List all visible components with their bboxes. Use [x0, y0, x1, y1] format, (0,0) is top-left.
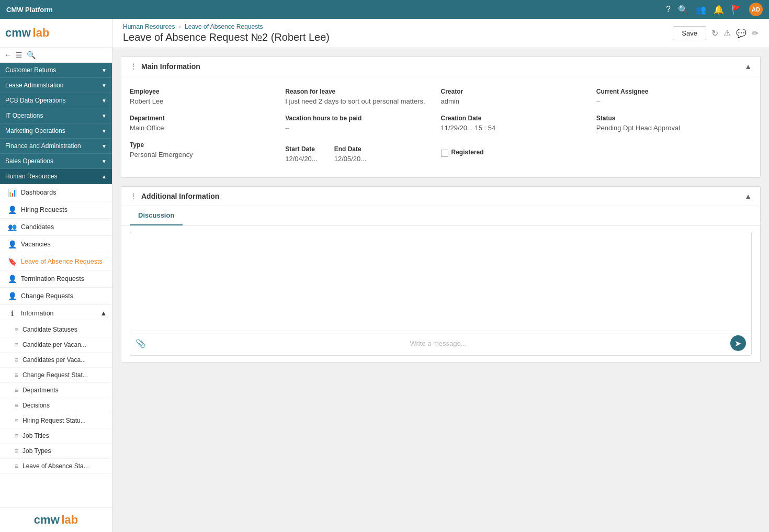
additional-info-title: ⋮ Additional Information	[130, 192, 219, 200]
sidebar-subitem-candidates-per-vaca[interactable]: ≡ Candidates per Vaca...	[0, 353, 112, 368]
breadcrumb-separator: ›	[179, 23, 181, 30]
collapse-main-icon[interactable]: ▲	[744, 62, 752, 71]
collapse-additional-icon[interactable]: ▲	[744, 192, 752, 200]
main-info-form: Employee Robert Lee Department Main Offi…	[121, 76, 760, 177]
edit-icon[interactable]: ✏	[752, 28, 759, 38]
logo-lab: lab	[33, 26, 50, 40]
discussion-textarea[interactable]	[130, 232, 751, 329]
sidebar-controls: ← ☰ 🔍	[0, 48, 112, 63]
chevron-up-icon: ▲	[101, 174, 107, 179]
tab-discussion[interactable]: Discussion	[130, 206, 183, 225]
bell-icon[interactable]: 🔔	[714, 5, 724, 15]
user-avatar[interactable]: AD	[749, 3, 763, 16]
sidebar-logo: cmw lab	[0, 19, 112, 48]
nav-group-marketing[interactable]: Marketing Operations ▼	[0, 123, 112, 139]
sidebar-nav: Customer Returns ▼ Lease Administration …	[0, 63, 112, 507]
list-icon: ≡	[15, 341, 18, 348]
sidebar-item-leave-requests[interactable]: 🔖 Leave of Absence Requests	[0, 253, 112, 270]
attachment-icon[interactable]: 📎	[135, 338, 146, 348]
form-col-3: Creator admin Creation Date 11/29/20... …	[441, 85, 596, 169]
chevron-down-icon: ▼	[101, 143, 107, 149]
sidebar-item-vacancies[interactable]: 👤 Vacancies	[0, 236, 112, 253]
sidebar-item-information[interactable]: ℹ Information ▲	[0, 305, 112, 322]
sidebar-item-dashboards[interactable]: 📊 Dashboards	[0, 184, 112, 201]
sidebar-search-icon[interactable]: 🔍	[27, 51, 36, 59]
main-content: ⋮ Main Information ▲ Employee Robert Lee…	[112, 48, 769, 532]
header-actions: Save ↻ ⚠ 💬 ✏	[673, 26, 759, 40]
content-area: Human Resources › Leave of Absence Reque…	[112, 19, 769, 532]
sidebar-subitem-departments[interactable]: ≡ Departments	[0, 383, 112, 398]
warning-icon[interactable]: ⚠	[723, 28, 731, 38]
sidebar-subitem-hiring-request-statu[interactable]: ≡ Hiring Request Statu...	[0, 413, 112, 428]
status-field: Status Pending Dpt Head Approval	[596, 111, 752, 138]
form-col-4: Current Assignee – Status Pending Dpt He…	[596, 85, 752, 169]
leave-icon: 🔖	[7, 257, 17, 266]
sidebar-subitem-decisions[interactable]: ≡ Decisions	[0, 398, 112, 413]
chevron-down-icon: ▼	[101, 98, 107, 104]
chevron-down-icon: ▼	[101, 83, 107, 88]
flag-icon[interactable]: 🚩	[731, 5, 742, 15]
topbar-icons: ? 🔍 👥 🔔 🚩 AD	[666, 3, 763, 16]
discussion-footer: 📎 Write a message... ➤	[130, 331, 751, 355]
type-field: Type Personal Emergency	[130, 138, 285, 165]
date-fields: Start Date 12/04/20... End Date 12/05/20…	[285, 142, 440, 169]
sidebar-subitem-candidate-per-vacan[interactable]: ≡ Candidate per Vacan...	[0, 337, 112, 353]
chevron-up-icon: ▲	[100, 310, 107, 317]
info-icon: ℹ	[7, 309, 17, 318]
list-icon: ≡	[15, 432, 18, 439]
help-icon[interactable]: ?	[666, 5, 671, 14]
nav-group-lease-admin[interactable]: Lease Administration ▼	[0, 78, 112, 93]
end-date-field: End Date 12/05/20...	[334, 142, 372, 169]
sidebar-subitem-leave-absence-sta[interactable]: ≡ Leave of Absence Sta...	[0, 459, 112, 474]
department-field: Department Main Office	[130, 111, 285, 138]
form-col-1: Employee Robert Lee Department Main Offi…	[130, 85, 285, 169]
list-icon: ≡	[15, 371, 18, 379]
sidebar: cmw lab ← ☰ 🔍 Customer Returns ▼ Lease A…	[0, 19, 112, 532]
logo-cmw: cmw	[5, 26, 31, 40]
vacation-field: Vacation hours to be paid –	[285, 111, 440, 138]
chevron-down-icon: ▼	[101, 159, 107, 164]
drag-icon: ⋮	[130, 192, 137, 200]
refresh-icon[interactable]: ↻	[711, 28, 718, 38]
users-icon[interactable]: 👥	[696, 5, 706, 15]
header-left: Human Resources › Leave of Absence Reque…	[123, 23, 330, 43]
list-icon: ≡	[15, 356, 18, 364]
vacancy-icon: 👤	[7, 240, 17, 248]
footer-logo-lab: lab	[61, 513, 78, 527]
sidebar-item-candidates[interactable]: 👥 Candidates	[0, 219, 112, 236]
drag-icon: ⋮	[130, 62, 137, 71]
registered-checkbox[interactable]	[441, 150, 448, 157]
search-icon[interactable]: 🔍	[678, 5, 688, 15]
sidebar-subitem-candidate-statuses[interactable]: ≡ Candidate Statuses	[0, 322, 112, 337]
list-icon: ≡	[15, 447, 18, 455]
main-info-header: ⋮ Main Information ▲	[121, 57, 760, 76]
sidebar-item-hiring-requests[interactable]: 👤 Hiring Requests	[0, 201, 112, 219]
nav-group-sales[interactable]: Sales Operations ▼	[0, 154, 112, 169]
footer-logo-cmw: cmw	[34, 513, 60, 527]
nav-group-pcb-data[interactable]: PCB Data Operations ▼	[0, 93, 112, 108]
person-icon: 👤	[7, 206, 17, 214]
sidebar-subitem-job-types[interactable]: ≡ Job Types	[0, 444, 112, 459]
sidebar-item-termination-requests[interactable]: 👤 Termination Requests	[0, 270, 112, 288]
comment-icon[interactable]: 💬	[736, 28, 747, 38]
nav-group-finance[interactable]: Finance and Administration ▼	[0, 139, 112, 154]
topbar: CMW Platform ? 🔍 👥 🔔 🚩 AD	[0, 0, 769, 19]
dashboard-icon: 📊	[7, 188, 17, 197]
breadcrumb-root[interactable]: Human Resources	[123, 23, 175, 30]
sidebar-controls-left: ← ☰ 🔍	[4, 51, 36, 59]
sidebar-subitem-change-request-stat[interactable]: ≡ Change Request Stat...	[0, 368, 112, 383]
discussion-area: 📎 Write a message... ➤	[121, 225, 760, 362]
save-button[interactable]: Save	[673, 26, 706, 40]
breadcrumb-child[interactable]: Leave of Absence Requests	[185, 23, 263, 30]
sidebar-menu-icon[interactable]: ☰	[16, 51, 22, 59]
nav-group-customer-returns[interactable]: Customer Returns ▼	[0, 63, 112, 78]
form-col-2: Reason for leave I just need 2 days to s…	[285, 85, 440, 169]
assignee-field: Current Assignee –	[596, 85, 752, 111]
sidebar-collapse-icon[interactable]: ←	[4, 51, 12, 59]
nav-group-human-resources[interactable]: Human Resources ▲	[0, 169, 112, 184]
nav-group-it-operations[interactable]: IT Operations ▼	[0, 108, 112, 123]
sidebar-item-change-requests[interactable]: 👤 Change Requests	[0, 288, 112, 305]
send-button[interactable]: ➤	[730, 335, 746, 351]
chevron-down-icon: ▼	[101, 113, 107, 119]
sidebar-subitem-job-titles[interactable]: ≡ Job Titles	[0, 428, 112, 444]
